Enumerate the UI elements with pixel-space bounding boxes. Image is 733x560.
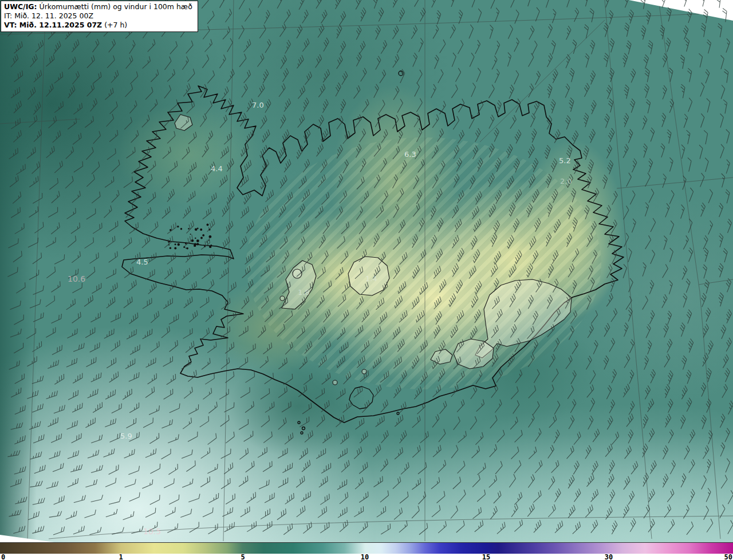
- contour-label: 1.4: [365, 274, 377, 283]
- iceland-coastline: [122, 86, 624, 423]
- contour-label: 7.0: [252, 101, 264, 109]
- title-line-1: UWC/IG: Úrkomumætti (mm) og vindur i 100…: [4, 2, 192, 11]
- contour-label: 10.5: [143, 527, 161, 536]
- colorbar-tick: 30: [605, 553, 613, 560]
- precipitation-colorbar: [0, 542, 733, 554]
- contour-label: 4.4: [211, 164, 223, 173]
- colorbar-tick: 10: [361, 553, 369, 560]
- colorbar-tick: 5: [241, 553, 245, 560]
- colorbar-tick: 1: [119, 553, 123, 560]
- colorbar-tick: 0: [1, 553, 5, 560]
- island-outlines: [298, 71, 403, 434]
- colorbar-tick: 50: [724, 553, 732, 560]
- product-id: UWC/IG:: [4, 2, 37, 11]
- valid-time-line: VT: Mið. 12.11.2025 07Z (+7 h): [4, 21, 192, 30]
- init-time-line: IT: Mið. 12. 11. 2025 00Z: [4, 11, 192, 21]
- contour-label: 4.5: [136, 258, 148, 266]
- weather-map-screenshot: 7.04.46.35.22.04.510.61.81.45.910.5 UWC/…: [0, 0, 733, 560]
- contour-label: 10.6: [68, 274, 85, 283]
- colorbar-tick: 15: [482, 553, 490, 560]
- glacier-outlines: [175, 115, 572, 385]
- title-box: UWC/IG: Úrkomumætti (mm) og vindur i 100…: [1, 1, 198, 32]
- contour-label: 6.3: [404, 150, 416, 159]
- map-overlay: 7.04.46.35.22.04.510.61.81.45.910.5: [0, 0, 733, 543]
- contour-label: 1.8: [298, 288, 310, 297]
- contour-label: 2.0: [560, 177, 572, 186]
- contour-label: 5.2: [559, 156, 571, 165]
- contour-label: 5.9: [120, 432, 132, 440]
- colorbar-tick-labels: 01510153050: [0, 554, 733, 560]
